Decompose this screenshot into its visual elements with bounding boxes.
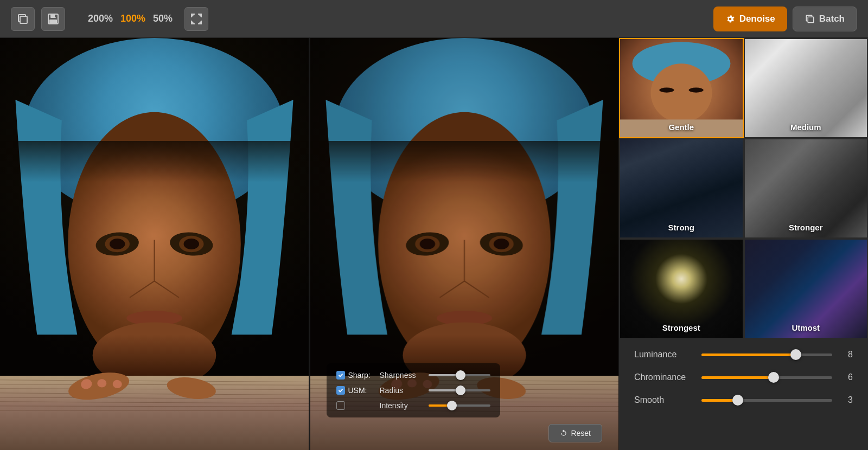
svg-rect-1	[20, 16, 27, 23]
preset-medium-label: Medium	[745, 123, 867, 132]
zoom-group: 200% 100% 50%	[88, 13, 173, 24]
toolbar-left: 200% 100% 50%	[11, 7, 208, 31]
sharpness-slider[interactable]	[429, 374, 490, 376]
zoom-50[interactable]: 50%	[153, 13, 173, 24]
toolbar: 200% 100% 50% Denoise Batch	[0, 0, 868, 38]
luminance-label: Luminance	[634, 350, 694, 359]
luminance-slider[interactable]	[701, 353, 832, 356]
luminance-row: Luminance 8	[634, 350, 853, 359]
smooth-slider[interactable]	[701, 399, 832, 402]
panel-divider	[309, 38, 310, 450]
intensity-row: Intensity	[336, 401, 490, 410]
radius-slider[interactable]	[429, 389, 490, 391]
gear-icon	[725, 14, 735, 24]
image-panels: Sharp: Sharpness USM:	[0, 38, 618, 450]
chrominance-slider[interactable]	[701, 376, 832, 379]
intensity-control-name: Intensity	[380, 401, 423, 410]
preset-stronger-label: Stronger	[745, 223, 867, 232]
intensity-thumb[interactable]	[447, 401, 457, 410]
right-sidebar: Gentle Medium Strong Stronger Strongest	[618, 38, 868, 450]
reset-label: Reset	[571, 429, 591, 438]
preset-strongest[interactable]: Strongest	[619, 239, 744, 339]
usm-row: USM: Radius	[336, 386, 490, 395]
batch-button[interactable]: Batch	[793, 7, 857, 31]
intensity-checkbox-label[interactable]	[336, 401, 374, 410]
preset-gentle[interactable]: Gentle	[619, 38, 744, 138]
preset-strong[interactable]: Strong	[619, 138, 744, 239]
reset-button[interactable]: Reset	[548, 424, 602, 442]
main-content: Sharp: Sharpness USM:	[0, 38, 868, 450]
preset-stronger[interactable]: Stronger	[744, 138, 869, 239]
sharp-checkbox-label[interactable]: Sharp:	[336, 371, 374, 380]
preset-strong-label: Strong	[620, 223, 743, 232]
svg-rect-4	[49, 20, 57, 23]
sharp-row: Sharp: Sharpness	[336, 371, 490, 380]
fit-button[interactable]	[184, 7, 208, 31]
toolbar-right: Denoise Batch	[713, 7, 857, 31]
chrominance-fill	[701, 376, 774, 379]
chrominance-row: Chrominance 6	[634, 372, 853, 382]
zoom-200[interactable]: 200%	[88, 13, 113, 24]
luminance-fill	[701, 353, 796, 356]
before-panel	[0, 38, 309, 450]
usm-control-name: Radius	[380, 386, 423, 395]
controls-overlay: Sharp: Sharpness USM:	[327, 363, 500, 417]
smooth-row: Smooth 3	[634, 395, 853, 405]
preset-utmost-label: Utmost	[745, 323, 867, 332]
chrominance-label: Chrominance	[634, 372, 694, 382]
svg-rect-7	[808, 17, 814, 23]
sharp-control-name: Sharpness	[380, 371, 423, 380]
usm-checkbox[interactable]	[336, 386, 345, 395]
luminance-value: 8	[840, 350, 853, 359]
batch-label: Batch	[819, 14, 845, 24]
intensity-checkbox[interactable]	[336, 401, 345, 410]
denoise-button[interactable]: Denoise	[713, 7, 787, 31]
before-image	[0, 38, 309, 450]
zoom-100[interactable]: 100%	[120, 13, 145, 24]
preset-gentle-label: Gentle	[620, 123, 743, 132]
preset-utmost[interactable]: Utmost	[744, 239, 869, 339]
smooth-label: Smooth	[634, 395, 694, 405]
preset-strongest-label: Strongest	[620, 323, 743, 332]
smooth-value: 3	[840, 395, 853, 405]
batch-icon	[805, 14, 815, 24]
denoise-label: Denoise	[739, 14, 775, 24]
sharp-checkbox[interactable]	[336, 371, 345, 380]
smooth-thumb[interactable]	[732, 395, 743, 406]
svg-rect-5	[55, 15, 56, 17]
sharp-label: Sharp:	[348, 371, 371, 380]
sliders-section: Luminance 8 Chrominance 6 Smooth	[619, 339, 868, 416]
preset-medium[interactable]: Medium	[744, 38, 869, 138]
usm-label: USM:	[348, 386, 367, 395]
copy-button[interactable]	[11, 7, 35, 31]
usm-checkbox-label[interactable]: USM:	[336, 386, 374, 395]
chrominance-value: 6	[840, 372, 853, 382]
after-panel: Sharp: Sharpness USM:	[310, 38, 619, 450]
save-button[interactable]	[41, 7, 65, 31]
preset-grid: Gentle Medium Strong Stronger Strongest	[619, 38, 868, 339]
intensity-slider[interactable]	[429, 404, 490, 407]
sharpness-thumb[interactable]	[456, 370, 465, 380]
luminance-thumb[interactable]	[790, 349, 801, 360]
chrominance-thumb[interactable]	[768, 372, 779, 383]
radius-thumb[interactable]	[456, 385, 465, 395]
reset-icon	[560, 429, 567, 437]
